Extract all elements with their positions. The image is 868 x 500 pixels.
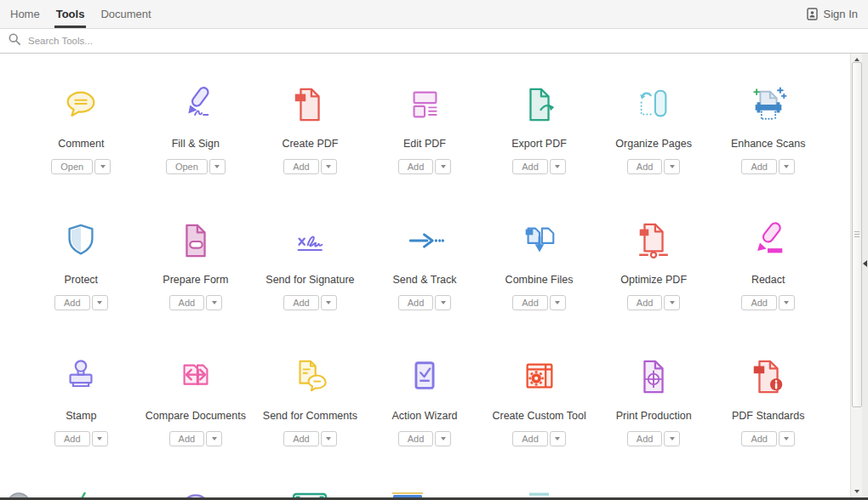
scrollbar-down-arrow[interactable] bbox=[851, 486, 863, 497]
dropdown-button-pdf-standards[interactable] bbox=[779, 431, 795, 446]
combine-files-icon[interactable] bbox=[520, 221, 559, 260]
custom-tool-icon[interactable] bbox=[520, 357, 559, 396]
dropdown-button-organize-pages[interactable] bbox=[664, 159, 680, 174]
dropdown-arrow-icon bbox=[212, 437, 217, 440]
dropdown-arrow-icon bbox=[214, 165, 220, 168]
tab-document[interactable]: Document bbox=[100, 0, 151, 28]
dropdown-button-prepare-form[interactable] bbox=[206, 295, 222, 310]
tool-card-organize-pages: Organize Pages Add bbox=[597, 54, 711, 190]
tool-label: Print Production bbox=[597, 410, 711, 422]
tool-label: Send & Track bbox=[368, 274, 483, 286]
tool-card-optimize-pdf: Optimize PDF Add bbox=[597, 190, 711, 326]
add-button-create-custom-tool[interactable]: Add bbox=[512, 431, 548, 446]
sign-in-badge-icon bbox=[807, 8, 818, 20]
add-button-pdf-standards[interactable]: Add bbox=[741, 431, 777, 446]
add-button-combine-files[interactable]: Add bbox=[512, 295, 548, 310]
comment-icon[interactable] bbox=[61, 85, 100, 124]
dropdown-button-edit-pdf[interactable] bbox=[435, 159, 451, 174]
tool-card-send-track: Send & Track Add bbox=[368, 190, 483, 326]
collapse-panel-arrow-icon[interactable] bbox=[863, 260, 867, 267]
tool-label: Send for Signature bbox=[253, 274, 368, 286]
tool-card-prepare-form: Prepare Form Add bbox=[139, 190, 254, 326]
dropdown-button-action-wizard[interactable] bbox=[435, 431, 451, 446]
prepare-form-icon[interactable] bbox=[176, 221, 215, 260]
add-button-edit-pdf[interactable]: Add bbox=[398, 159, 434, 174]
dropdown-button-protect[interactable] bbox=[92, 295, 108, 310]
add-button-print-production[interactable]: Add bbox=[627, 431, 663, 446]
dropdown-arrow-icon bbox=[326, 301, 331, 304]
dropdown-arrow-icon bbox=[441, 301, 446, 304]
edit-pdf-icon[interactable] bbox=[405, 85, 444, 124]
fill-sign-icon[interactable] bbox=[176, 85, 215, 124]
tool-label: Export PDF bbox=[482, 138, 597, 150]
tab-tools[interactable]: Tools bbox=[56, 0, 85, 28]
dropdown-button-create-pdf[interactable] bbox=[321, 159, 337, 174]
dropdown-button-send-for-signature[interactable] bbox=[321, 295, 337, 310]
dropdown-button-comment[interactable] bbox=[94, 159, 111, 174]
dropdown-button-print-production[interactable] bbox=[664, 431, 680, 446]
add-button-prepare-form[interactable]: Add bbox=[169, 295, 205, 310]
create-pdf-icon[interactable] bbox=[290, 85, 329, 124]
export-pdf-icon[interactable] bbox=[520, 85, 559, 124]
scrollbar-thumb[interactable] bbox=[852, 62, 862, 407]
send-comments-icon[interactable] bbox=[290, 357, 329, 396]
tool-card-send-for-comments: Send for Comments Add bbox=[253, 326, 368, 462]
enhance-scans-icon[interactable] bbox=[749, 85, 788, 124]
add-button-stamp[interactable]: Add bbox=[54, 431, 90, 446]
add-button-export-pdf[interactable]: Add bbox=[512, 159, 548, 174]
print-production-icon[interactable] bbox=[634, 357, 673, 396]
add-button-send-for-signature[interactable]: Add bbox=[283, 295, 319, 310]
action-wizard-icon[interactable] bbox=[405, 357, 444, 396]
open-button-comment[interactable]: Open bbox=[51, 159, 93, 174]
sign-in-button[interactable]: Sign In bbox=[807, 0, 858, 28]
dropdown-button-stamp[interactable] bbox=[92, 431, 108, 446]
stamp-icon[interactable] bbox=[61, 357, 100, 396]
dropdown-button-send-track[interactable] bbox=[435, 295, 451, 310]
add-button-redact[interactable]: Add bbox=[741, 295, 777, 310]
add-button-create-pdf[interactable]: Add bbox=[283, 159, 319, 174]
add-button-enhance-scans[interactable]: Add bbox=[741, 159, 777, 174]
tool-label: Send for Comments bbox=[253, 410, 368, 422]
add-button-optimize-pdf[interactable]: Add bbox=[627, 295, 663, 310]
add-button-protect[interactable]: Add bbox=[54, 295, 90, 310]
dropdown-button-enhance-scans[interactable] bbox=[779, 159, 795, 174]
optimize-pdf-icon[interactable] bbox=[634, 221, 673, 260]
protect-icon[interactable] bbox=[61, 221, 100, 260]
send-signature-icon[interactable] bbox=[290, 221, 329, 260]
organize-pages-icon[interactable] bbox=[634, 85, 673, 124]
send-track-icon[interactable] bbox=[405, 221, 444, 260]
dropdown-button-redact[interactable] bbox=[779, 295, 795, 310]
dropdown-arrow-icon bbox=[555, 301, 560, 304]
tool-card-send-for-signature: Send for Signature Add bbox=[253, 190, 368, 326]
dropdown-arrow-icon bbox=[670, 437, 675, 440]
tool-label: Redact bbox=[711, 274, 825, 286]
tool-label: Create Custom Tool bbox=[482, 410, 597, 422]
dropdown-arrow-icon bbox=[670, 301, 675, 304]
add-button-send-track[interactable]: Add bbox=[398, 295, 434, 310]
vertical-scrollbar[interactable] bbox=[850, 54, 862, 500]
tab-home[interactable]: Home bbox=[10, 0, 40, 28]
search-input[interactable] bbox=[26, 35, 302, 47]
add-button-compare-documents[interactable]: Add bbox=[169, 431, 205, 446]
tool-card-compare-documents: Compare Documents Add bbox=[139, 326, 254, 462]
add-button-action-wizard[interactable]: Add bbox=[398, 431, 434, 446]
dropdown-arrow-icon bbox=[326, 165, 331, 168]
dropdown-button-fill-sign[interactable] bbox=[209, 159, 226, 174]
compare-documents-icon[interactable] bbox=[176, 357, 215, 396]
search-bar bbox=[0, 29, 868, 54]
pdf-standards-icon[interactable] bbox=[749, 357, 788, 396]
dropdown-button-export-pdf[interactable] bbox=[550, 159, 566, 174]
dropdown-button-combine-files[interactable] bbox=[550, 295, 566, 310]
right-edge-strip bbox=[862, 54, 868, 500]
dropdown-button-compare-documents[interactable] bbox=[206, 431, 222, 446]
tool-card-combine-files: Combine Files Add bbox=[482, 190, 597, 326]
dropdown-button-send-for-comments[interactable] bbox=[321, 431, 337, 446]
tool-card-stamp: Stamp Add bbox=[24, 326, 139, 462]
open-button-fill-sign[interactable]: Open bbox=[166, 159, 208, 174]
add-button-organize-pages[interactable]: Add bbox=[627, 159, 663, 174]
add-button-send-for-comments[interactable]: Add bbox=[283, 431, 319, 446]
dropdown-arrow-icon bbox=[97, 301, 102, 304]
redact-icon[interactable] bbox=[749, 221, 788, 260]
dropdown-button-optimize-pdf[interactable] bbox=[664, 295, 680, 310]
dropdown-button-create-custom-tool[interactable] bbox=[550, 431, 566, 446]
